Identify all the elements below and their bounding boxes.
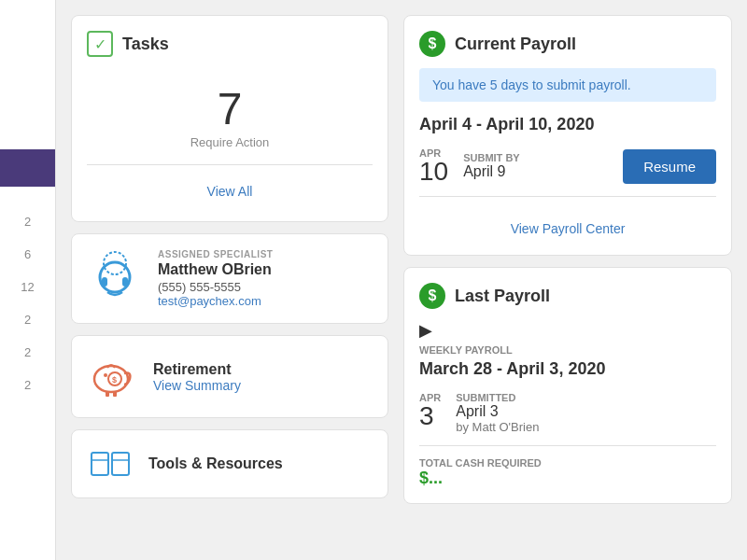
last-payroll-dollar-icon: $ — [419, 283, 445, 309]
left-column: ✓ Tasks 7 Require Action View All ASSIGN… — [71, 15, 388, 545]
tasks-header: ✓ Tasks — [87, 31, 373, 57]
resume-button[interactable]: Resume — [623, 149, 716, 184]
tasks-card: ✓ Tasks 7 Require Action View All — [71, 15, 388, 222]
last-payroll-row: APR 3 SUBMITTED April 3 by Matt O'Brien — [419, 392, 716, 434]
sidebar-numbers: 2 6 12 2 2 2 — [21, 215, 34, 392]
view-all-button[interactable]: View All — [87, 176, 373, 206]
submit-by-block: SUBMIT BY April 9 — [463, 152, 608, 180]
submit-by-date: April 9 — [463, 163, 608, 180]
right-column: $ Current Payroll You have 5 days to sub… — [403, 15, 732, 545]
last-payroll-date-block: APR 3 — [419, 392, 441, 429]
sidebar-num-1: 2 — [24, 215, 31, 229]
payroll-alert-banner: You have 5 days to submit payroll. — [419, 68, 716, 102]
tasks-count-section: 7 Require Action — [87, 72, 373, 165]
last-payroll-divider — [419, 445, 716, 446]
last-payroll-header: $ Last Payroll — [419, 283, 716, 309]
last-payroll-card: $ Last Payroll ▶ WEEKLY PAYROLL March 28… — [403, 267, 732, 504]
current-payroll-period: April 4 - April 10, 2020 — [419, 115, 716, 134]
last-payroll-period: March 28 - April 3, 2020 — [419, 359, 716, 379]
current-payroll-title: Current Payroll — [455, 35, 576, 54]
main-content: ✓ Tasks 7 Require Action View All ASSIGN… — [56, 0, 747, 560]
specialist-phone: (555) 555-5555 — [158, 280, 373, 294]
current-payroll-card: $ Current Payroll You have 5 days to sub… — [403, 15, 732, 256]
tasks-count-label: Require Action — [87, 135, 373, 149]
specialist-info: ASSIGNED SPECIALIST Matthew OBrien (555)… — [158, 249, 373, 308]
tasks-count: 7 — [87, 87, 373, 132]
submitted-date: April 3 — [456, 403, 716, 420]
svg-rect-6 — [106, 391, 109, 397]
sidebar-num-3: 12 — [21, 280, 34, 294]
sidebar: 2 6 12 2 2 2 — [0, 0, 56, 560]
cursor-area: ▶ — [419, 320, 716, 341]
sidebar-num-5: 2 — [24, 345, 31, 359]
svg-point-5 — [104, 373, 107, 377]
submit-by-label: SUBMIT BY — [463, 152, 608, 163]
tools-title: Tools & Resources — [148, 455, 283, 472]
view-payroll-center-link[interactable]: View Payroll Center — [419, 208, 716, 240]
current-payroll-details-row: APR 10 SUBMIT BY April 9 Resume — [419, 147, 716, 185]
total-cash-label: TOTAL CASH REQUIRED — [419, 457, 716, 469]
svg-text:$: $ — [112, 375, 117, 385]
svg-rect-7 — [113, 391, 117, 397]
current-payroll-day: 10 — [419, 159, 448, 185]
last-payroll-day: 3 — [419, 403, 434, 429]
svg-rect-2 — [122, 277, 128, 287]
sidebar-accent — [0, 149, 55, 187]
dollar-icon: $ — [419, 31, 445, 57]
tools-icon — [87, 445, 134, 483]
last-payroll-title: Last Payroll — [455, 287, 550, 306]
weekly-payroll-label: WEEKLY PAYROLL — [419, 344, 716, 356]
retirement-info: Retirement View Summary — [153, 361, 241, 393]
piggy-bank-icon: $ — [87, 351, 138, 402]
svg-point-4 — [94, 366, 128, 392]
submitted-by: by Matt O'Brien — [456, 420, 716, 434]
submitted-block: SUBMITTED April 3 by Matt O'Brien — [456, 392, 716, 434]
headset-icon — [87, 251, 143, 307]
sidebar-num-6: 2 — [24, 378, 31, 392]
specialist-name: Matthew OBrien — [158, 261, 373, 278]
svg-rect-1 — [102, 277, 107, 287]
retirement-link[interactable]: View Summary — [153, 378, 241, 393]
current-payroll-date-block: APR 10 — [419, 147, 448, 185]
specialist-email[interactable]: test@paychex.com — [158, 294, 373, 308]
specialist-card: ASSIGNED SPECIALIST Matthew OBrien (555)… — [71, 233, 388, 324]
svg-rect-11 — [112, 453, 129, 475]
tasks-check-icon: ✓ — [87, 31, 113, 57]
sidebar-num-2: 6 — [24, 247, 31, 261]
retirement-title: Retirement — [153, 361, 241, 378]
tasks-title: Tasks — [122, 35, 169, 54]
total-cash-value: $... — [419, 469, 716, 488]
submitted-label: SUBMITTED — [456, 392, 716, 403]
svg-rect-10 — [92, 453, 108, 475]
retirement-card: $ Retirement View Summary — [71, 335, 388, 418]
specialist-label: ASSIGNED SPECIALIST — [158, 249, 373, 259]
tools-card: Tools & Resources — [71, 429, 388, 498]
payroll-divider — [419, 196, 716, 197]
current-payroll-header: $ Current Payroll — [419, 31, 716, 57]
svg-point-0 — [100, 262, 130, 292]
sidebar-num-4: 2 — [24, 313, 31, 327]
